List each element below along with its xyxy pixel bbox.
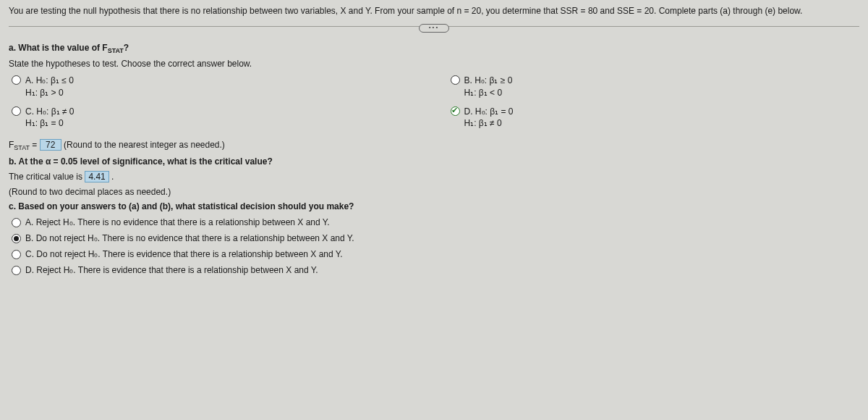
part-b-prompt: b. At the α = 0.05 level of significance… — [9, 156, 859, 167]
radio-icon[interactable] — [451, 75, 460, 85]
qmark: ? — [124, 43, 129, 53]
checkmark-icon[interactable] — [451, 106, 460, 116]
collapse-icon[interactable]: ••• — [419, 24, 449, 33]
decision-d-label: D. Reject H₀. There is evidence that the… — [25, 265, 318, 275]
radio-icon[interactable] — [12, 234, 21, 243]
radio-icon[interactable] — [12, 266, 21, 275]
fstat-answer-row: FSTAT = 72 (Round to the nearest integer… — [9, 139, 859, 151]
decision-a[interactable]: A. Reject H₀. There is no evidence that … — [12, 217, 859, 227]
part-a-text: a. What is the value of F — [9, 43, 108, 53]
decision-b[interactable]: B. Do not reject H₀. There is no evidenc… — [12, 233, 859, 243]
option-a-h0: A. H₀: β₁ ≤ 0 — [25, 75, 74, 86]
option-a[interactable]: A. H₀: β₁ ≤ 0 H₁: β₁ > 0 — [12, 75, 75, 98]
fstat-hint: (Round to the nearest integer as needed.… — [61, 140, 225, 150]
option-c-h1: H₁: β₁ = 0 — [25, 117, 75, 129]
cv-hint: (Round to two decimal places as needed.) — [9, 187, 859, 197]
option-c-h0: C. H₀: β₁ ≠ 0 — [25, 106, 75, 117]
option-d-h1: H₁: β₁ ≠ 0 — [464, 117, 514, 129]
radio-icon[interactable] — [12, 218, 21, 227]
option-b-h0: B. H₀: β₁ ≥ 0 — [464, 75, 513, 86]
radio-icon[interactable] — [12, 75, 21, 85]
cv-post: . — [109, 172, 114, 182]
decision-c[interactable]: C. Do not reject H₀. There is evidence t… — [12, 249, 859, 259]
hypotheses-prompt: State the hypotheses to test. Choose the… — [9, 59, 859, 69]
decision-options: A. Reject H₀. There is no evidence that … — [12, 217, 859, 275]
radio-icon[interactable] — [12, 106, 21, 116]
option-c[interactable]: C. H₀: β₁ ≠ 0 H₁: β₁ = 0 — [12, 106, 75, 129]
decision-c-label: C. Do not reject H₀. There is evidence t… — [25, 249, 343, 259]
radio-icon[interactable] — [12, 250, 21, 259]
fstat-sub: STAT — [108, 47, 124, 54]
part-a-prompt: a. What is the value of FSTAT? — [9, 43, 859, 54]
decision-d[interactable]: D. Reject H₀. There is evidence that the… — [12, 265, 859, 275]
critical-value-row: The critical value is 4.41 . — [9, 171, 859, 182]
decision-a-label: A. Reject H₀. There is no evidence that … — [25, 217, 330, 227]
critical-value-input[interactable]: 4.41 — [85, 171, 109, 182]
option-b[interactable]: B. H₀: β₁ ≥ 0 H₁: β₁ < 0 — [451, 75, 514, 98]
option-a-h1: H₁: β₁ > 0 — [25, 87, 74, 98]
eq: = — [30, 140, 40, 150]
fstat-sub2: STAT — [14, 145, 30, 152]
problem-intro: You are testing the null hypothesis that… — [9, 6, 859, 16]
option-d[interactable]: D. H₀: β₁ = 0 H₁: β₁ ≠ 0 — [451, 106, 514, 129]
cv-pre: The critical value is — [9, 172, 85, 182]
part-c-prompt: c. Based on your answers to (a) and (b),… — [9, 201, 859, 211]
option-d-h0: D. H₀: β₁ = 0 — [464, 106, 514, 117]
option-b-h1: H₁: β₁ < 0 — [464, 87, 513, 98]
fstat-input[interactable]: 72 — [40, 139, 61, 151]
hypothesis-options: A. H₀: β₁ ≤ 0 H₁: β₁ > 0 C. H₀: β₁ ≠ 0 H… — [12, 75, 859, 129]
decision-b-label: B. Do not reject H₀. There is no evidenc… — [25, 233, 354, 243]
